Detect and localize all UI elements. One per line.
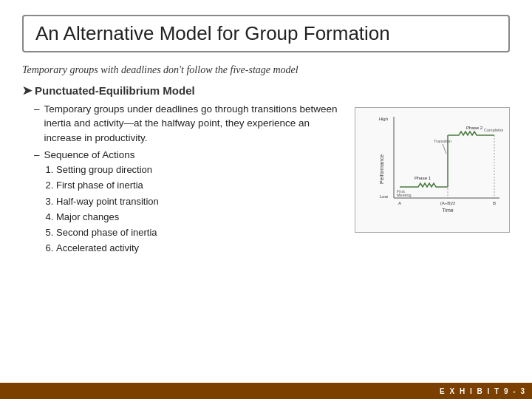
exhibit-label: E X H I B I T 9 - 3 <box>440 387 526 395</box>
svg-text:Transition: Transition <box>434 139 451 143</box>
list-item: Accelerated activity <box>56 242 347 255</box>
svg-text:(A+B)/2: (A+B)/2 <box>440 201 456 205</box>
svg-text:Phase 2: Phase 2 <box>466 126 483 130</box>
list-item: Setting group direction <box>56 163 347 177</box>
sequence-text: Sequence of Actions <box>44 149 135 160</box>
title-box: An Alternative Model for Group Formation <box>22 15 510 52</box>
chart-container: Performance High Low A (A+B)/2 B Time <box>355 107 510 233</box>
list-item: Major changes <box>56 211 347 224</box>
numbered-list: Setting group direction First phase of i… <box>56 163 347 255</box>
svg-text:Time: Time <box>442 208 453 213</box>
dash-item-1: – Temporary groups under deadlines go th… <box>34 102 347 146</box>
svg-text:Meeting: Meeting <box>397 193 412 197</box>
slide-title: An Alternative Model for Group Formation <box>35 22 390 44</box>
exhibit-bar: E X H I B I T 9 - 3 <box>0 383 532 399</box>
list-item: First phase of inertia <box>56 179 347 192</box>
subtitle: Temporary groups with deadlines don't fo… <box>22 63 347 78</box>
svg-line-18 <box>443 144 446 154</box>
arrow-icon: ➤ <box>22 83 32 98</box>
list-item: Half-way point transition <box>56 195 347 208</box>
svg-text:High: High <box>379 117 388 121</box>
left-column: Temporary groups with deadlines don't fo… <box>22 63 347 257</box>
list-item: Second phase of inertia <box>56 226 347 239</box>
svg-text:Low: Low <box>380 194 389 199</box>
dash-char-2: – <box>34 149 40 160</box>
svg-text:Phase 1: Phase 1 <box>415 176 432 180</box>
bullet-main-text: Punctuated-Equilibrium Model <box>35 84 195 97</box>
dash-char-1: – <box>34 102 40 146</box>
right-column: Performance High Low A (A+B)/2 B Time <box>355 107 510 257</box>
svg-text:A: A <box>398 201 401 205</box>
slide: An Alternative Model for Group Formation… <box>0 0 532 399</box>
chart-svg: Performance High Low A (A+B)/2 B Time <box>378 112 503 217</box>
svg-text:Completion: Completion <box>484 128 503 132</box>
bullet-main: ➤ Punctuated-Equilibrium Model <box>22 83 347 98</box>
sequence-label: – Sequence of Actions <box>34 149 347 160</box>
svg-text:Performance: Performance <box>379 154 384 184</box>
content-area: Temporary groups with deadlines don't fo… <box>22 63 510 257</box>
dash-item-1-text: Temporary groups under deadlines go thro… <box>44 102 347 146</box>
svg-text:B: B <box>493 201 496 205</box>
